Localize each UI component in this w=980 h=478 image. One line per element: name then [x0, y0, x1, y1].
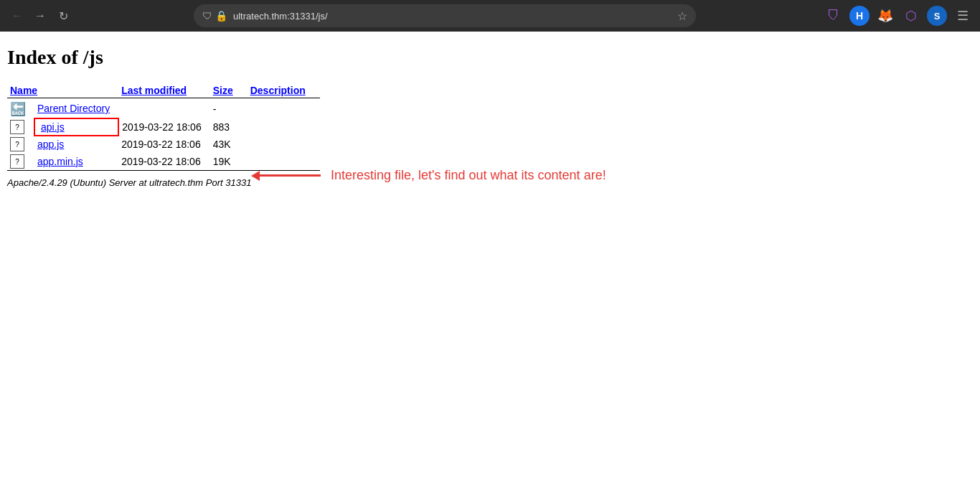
file-name-cell: Parent Directory: [34, 100, 118, 118]
col-description: Description: [248, 83, 320, 98]
col-name: Name: [7, 83, 118, 98]
file-listing-table: Name Last modified Size Description: [7, 83, 320, 172]
file-date-cell: [118, 100, 210, 118]
sort-by-size[interactable]: Size: [213, 85, 233, 96]
extension-icon[interactable]: ⬡: [901, 6, 921, 26]
table-header-row: Name Last modified Size Description: [7, 83, 320, 98]
page-title: Index of /js: [7, 46, 966, 69]
url-text: ultratech.thm:31331/js/: [233, 11, 672, 22]
col-last-modified: Last modified: [118, 83, 210, 98]
file-desc-cell: [248, 136, 320, 153]
menu-icon[interactable]: ☰: [953, 6, 973, 26]
file-size-cell: 43K: [210, 136, 248, 153]
sort-by-date[interactable]: Last modified: [121, 85, 187, 96]
browser-chrome: ← → ↻ 🛡 🔒 ultratech.thm:31331/js/ ☆ ⛉ H …: [0, 0, 980, 32]
file-name-cell: api.js: [34, 118, 118, 136]
file-size-cell: 19K: [210, 153, 248, 171]
file-desc-cell: [248, 118, 320, 136]
back-button[interactable]: ←: [7, 6, 27, 26]
security-icons: 🛡 🔒: [202, 10, 227, 22]
parent-directory-link[interactable]: Parent Directory: [37, 103, 110, 114]
shield-icon: 🛡: [202, 10, 212, 22]
history-icon[interactable]: H: [849, 6, 870, 26]
file-date-cell: 2019-03-22 18:06: [118, 136, 210, 153]
file-size-cell: -: [210, 100, 248, 118]
file-date-cell: 2019-03-22 18:06: [118, 118, 210, 136]
file-icon: ?: [10, 137, 24, 151]
list-item: ? api.js 2019-03-22 18:06 883: [7, 118, 320, 136]
file-icon: ?: [10, 154, 24, 169]
nav-buttons: ← → ↻: [7, 6, 73, 26]
file-size-cell: 883: [210, 118, 248, 136]
lock-icon: 🔒: [215, 10, 227, 22]
col-size: Size: [210, 83, 248, 98]
arrowhead-icon: [251, 171, 260, 181]
list-item: 🔙 Parent Directory -: [7, 100, 320, 118]
user-avatar[interactable]: S: [927, 6, 947, 26]
browser-toolbar-right: ⛉ H 🦊 ⬡ S ☰: [824, 6, 973, 26]
sort-by-name[interactable]: Name: [10, 85, 37, 96]
file-icon: ?: [10, 120, 24, 134]
directory-icon: 🔙: [10, 102, 26, 116]
app-js-link[interactable]: app.js: [37, 139, 64, 150]
file-icon-cell: ?: [7, 136, 34, 153]
dir-icon-cell: 🔙: [7, 100, 34, 118]
sort-by-description[interactable]: Description: [250, 85, 306, 96]
file-icon-cell: ?: [7, 118, 34, 136]
api-js-link[interactable]: api.js: [41, 121, 65, 133]
annotation-container: Interesting file, let's find out what it…: [251, 168, 606, 183]
list-item: ? app.js 2019-03-22 18:06 43K: [7, 136, 320, 153]
fox-icon[interactable]: 🦊: [875, 6, 895, 26]
page-wrapper: Index of /js Name Last modified Size Des…: [0, 32, 980, 202]
annotation-label: Interesting file, let's find out what it…: [331, 168, 606, 183]
file-icon-cell: ?: [7, 153, 34, 171]
reload-button[interactable]: ↻: [53, 6, 73, 26]
file-date-cell: 2019-03-22 18:06: [118, 153, 210, 171]
firefox-shield-icon[interactable]: ⛉: [824, 6, 844, 26]
arrow-shaft: [260, 174, 321, 177]
file-name-cell: app.js: [34, 136, 118, 153]
app-min-js-link[interactable]: app.min.js: [37, 156, 83, 167]
file-name-cell: app.min.js: [34, 153, 118, 171]
forward-button[interactable]: →: [30, 6, 50, 26]
bookmark-icon[interactable]: ☆: [677, 9, 687, 23]
address-bar[interactable]: 🛡 🔒 ultratech.thm:31331/js/ ☆: [194, 4, 696, 27]
file-desc-cell: [248, 100, 320, 118]
